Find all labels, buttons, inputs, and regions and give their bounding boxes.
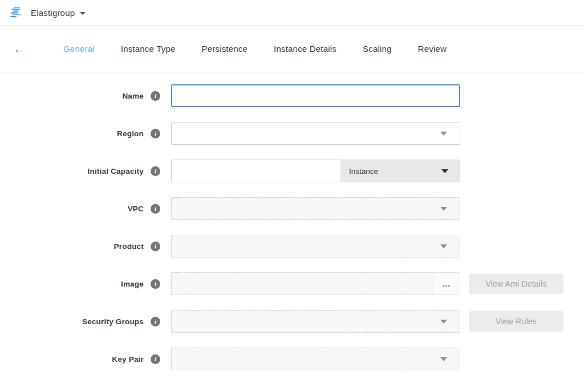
general-form: Name i Region i Initial Capacity i Insta…: [0, 72, 584, 370]
initial-capacity-label: Initial Capacity: [0, 167, 144, 175]
form-row-security-groups: Security Groups i View Rules: [0, 310, 584, 333]
vpc-label: VPC: [0, 205, 144, 213]
vpc-info-icon[interactable]: i: [151, 204, 160, 214]
back-arrow-icon[interactable]: ←: [11, 42, 27, 55]
vpc-chevron-down-icon: [440, 207, 447, 211]
key-pair-label: Key Pair: [0, 355, 144, 364]
region-info-icon[interactable]: i: [151, 129, 160, 138]
app-header: Elastigroup: [0, 0, 584, 26]
security-groups-select: [171, 310, 460, 333]
tab-scaling[interactable]: Scaling: [363, 38, 392, 59]
security-groups-info-icon[interactable]: i: [151, 317, 160, 326]
view-ami-details-button[interactable]: View Ami Details: [469, 273, 563, 294]
capacity-unit-value: Instance: [349, 167, 378, 175]
name-info-icon[interactable]: i: [151, 91, 160, 101]
vpc-select: [171, 197, 460, 220]
security-groups-label: Security Groups: [0, 317, 144, 326]
wizard-tabbar: ← General Instance Type Persistence Inst…: [0, 26, 584, 72]
product-label: Product: [0, 242, 144, 251]
name-label: Name: [0, 92, 144, 100]
name-input[interactable]: [171, 84, 460, 107]
form-row-key-pair: Key Pair i: [0, 348, 584, 370]
tab-review[interactable]: Review: [418, 38, 447, 59]
initial-capacity-input[interactable]: [171, 160, 340, 182]
form-row-name: Name i: [0, 84, 584, 107]
product-select: [171, 235, 460, 258]
image-select: ...: [171, 272, 460, 295]
image-browse-button[interactable]: ...: [433, 273, 460, 295]
capacity-unit-select[interactable]: Instance: [340, 160, 460, 182]
tab-persistence[interactable]: Persistence: [202, 38, 248, 59]
image-label: Image: [0, 280, 144, 288]
key-pair-select: [171, 348, 460, 370]
form-row-image: Image i ... View Ami Details: [0, 272, 584, 295]
image-select-value: [172, 273, 433, 295]
tab-instance-details[interactable]: Instance Details: [274, 38, 336, 59]
form-row-product: Product i: [0, 235, 584, 258]
view-rules-button[interactable]: View Rules: [469, 311, 563, 332]
form-row-region: Region i: [0, 122, 584, 145]
capacity-unit-chevron-down-icon: [441, 169, 448, 173]
tab-instance-type[interactable]: Instance Type: [121, 38, 176, 59]
wizard-tabs: General Instance Type Persistence Instan…: [50, 38, 460, 59]
app-title-chevron-down-icon[interactable]: [80, 12, 86, 15]
region-select[interactable]: [171, 122, 460, 145]
key-pair-chevron-down-icon: [440, 357, 447, 361]
tab-general[interactable]: General: [63, 38, 95, 59]
region-label: Region: [0, 129, 144, 138]
elastigroup-logo-icon: [9, 6, 24, 19]
form-row-vpc: VPC i: [0, 197, 584, 220]
app-title: Elastigroup: [31, 8, 75, 18]
image-info-icon[interactable]: i: [151, 279, 160, 289]
product-info-icon[interactable]: i: [151, 242, 160, 251]
key-pair-info-icon[interactable]: i: [151, 354, 160, 364]
region-chevron-down-icon: [440, 132, 447, 136]
product-chevron-down-icon: [440, 244, 447, 248]
form-row-initial-capacity: Initial Capacity i Instance: [0, 160, 584, 182]
security-groups-chevron-down-icon: [440, 320, 447, 324]
initial-capacity-info-icon[interactable]: i: [151, 166, 160, 176]
